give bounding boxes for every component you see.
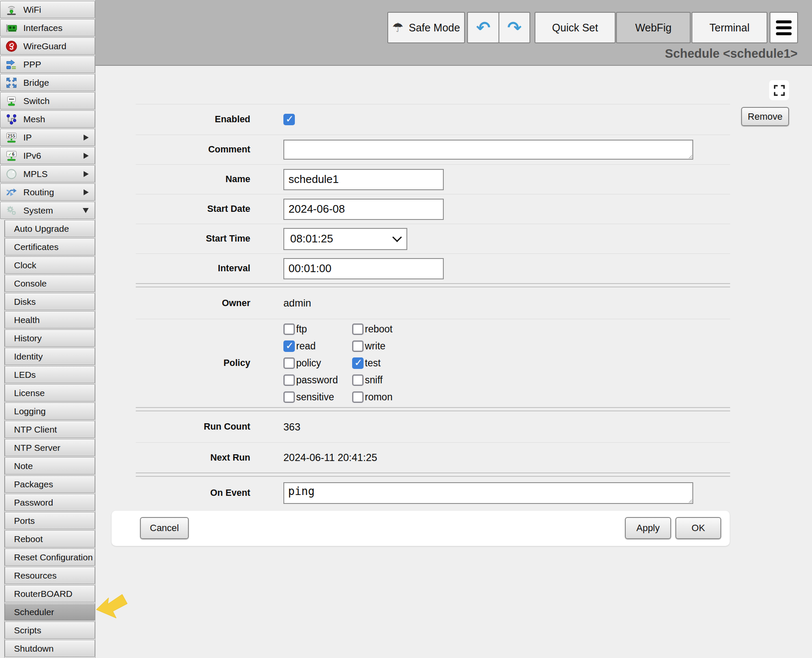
content-panel: Remove Enabled Comment Name Start Date S… [95, 66, 812, 658]
sidebar-item-scripts[interactable]: Scripts [5, 621, 95, 639]
enabled-checkbox[interactable] [283, 114, 295, 125]
sidebar-item-bridge[interactable]: Bridge [0, 74, 95, 91]
next-run-value: 2024-06-11 20:41:25 [283, 452, 377, 464]
undo-button[interactable]: ↶ [467, 12, 499, 43]
sidebar-item-reboot[interactable]: Reboot [5, 530, 95, 548]
comment-input[interactable] [283, 140, 693, 160]
sidebar-item-packages[interactable]: Packages [5, 475, 95, 493]
sidebar-item-label: Packages [14, 479, 53, 489]
sidebar-item-label: Bridge [23, 78, 49, 88]
policy-option-write: write [352, 340, 392, 352]
safe-mode-button[interactable]: ☂ Safe Mode [387, 12, 465, 43]
interfaces-icon [5, 21, 18, 35]
ok-button[interactable]: OK [675, 517, 721, 539]
interval-input[interactable] [283, 258, 444, 279]
sidebar-item-ppp[interactable]: PPP [0, 56, 95, 73]
sidebar-item-interfaces[interactable]: Interfaces [0, 19, 95, 37]
start-time-select[interactable]: 08:01:25 [283, 228, 407, 250]
menu-button[interactable] [770, 12, 798, 43]
sidebar-item-leds[interactable]: LEDs [5, 366, 95, 383]
form-row-enabled: Enabled [136, 104, 730, 135]
sidebar-item-clock[interactable]: Clock [5, 256, 95, 274]
sidebar-item-switch[interactable]: Switch [0, 92, 95, 110]
redo-button[interactable]: ↷ [498, 12, 530, 43]
sidebar-item-system[interactable]: System [0, 202, 95, 219]
sidebar-item-scheduler[interactable]: Scheduler [5, 603, 95, 621]
sidebar-item-label: License [14, 388, 45, 398]
sidebar-item-label: WiFi [23, 5, 41, 15]
on-event-input[interactable]: ping [283, 482, 693, 504]
name-input[interactable] [283, 169, 444, 190]
sidebar-item-console[interactable]: Console [5, 275, 95, 292]
bridge-icon [5, 76, 18, 90]
section-separator [136, 407, 730, 411]
switch-icon [5, 94, 18, 108]
sidebar-item-auto-upgrade[interactable]: Auto Upgrade [5, 220, 95, 237]
policy-checkbox-password[interactable] [283, 374, 295, 386]
policy-checkbox-sensitive[interactable] [283, 391, 295, 403]
policy-checkbox-ftp[interactable] [283, 323, 295, 335]
cancel-button[interactable]: Cancel [140, 517, 189, 539]
sidebar-item-ports[interactable]: Ports [5, 512, 95, 529]
sidebar-item-routing[interactable]: Routing [0, 183, 95, 201]
policy-option-sensitive: sensitive [283, 391, 352, 403]
sidebar-item-identity[interactable]: Identity [5, 348, 95, 365]
undo-icon: ↶ [476, 19, 490, 36]
start-date-input[interactable] [283, 199, 444, 220]
sidebar-item-label: Resources [14, 571, 56, 581]
sidebar-item-label: Password [14, 498, 53, 508]
policy-checkbox-read[interactable] [283, 340, 295, 352]
ip-icon: 255 [5, 131, 18, 144]
sidebar-item-license[interactable]: License [5, 384, 95, 402]
policy-checkbox-sniff[interactable] [352, 374, 364, 386]
sidebar-item-mesh[interactable]: Mesh [0, 110, 95, 128]
policy-checkbox-test[interactable] [352, 357, 364, 369]
policy-checkbox-reboot[interactable] [352, 323, 364, 335]
chevron-right-icon [84, 171, 89, 177]
sidebar-item-ntp-server[interactable]: NTP Server [5, 439, 95, 456]
sidebar-item-label: Switch [23, 96, 50, 106]
owner-value: admin [283, 297, 311, 309]
start-time-label: Start Time [136, 233, 250, 244]
sidebar-item-history[interactable]: History [5, 329, 95, 347]
sidebar-item-ip[interactable]: 255IP [0, 129, 95, 146]
sidebar-item-disks[interactable]: Disks [5, 293, 95, 310]
sidebar-item-routerboard[interactable]: RouterBOARD [5, 585, 95, 602]
policy-checkbox-policy[interactable] [283, 357, 295, 369]
form-footer: Cancel Apply OK [112, 511, 730, 546]
tab-quick-set[interactable]: Quick Set [535, 12, 616, 43]
fullscreen-icon[interactable] [769, 80, 789, 100]
sidebar-item-mpls[interactable]: MPLS [0, 165, 95, 183]
policy-checkbox-write[interactable] [352, 340, 364, 352]
svg-text:255: 255 [8, 133, 15, 138]
tab-terminal[interactable]: Terminal [692, 12, 767, 43]
policy-checkbox-romon[interactable] [352, 391, 364, 403]
page-title: Schedule <schedule1> [665, 47, 798, 61]
sidebar-item-reset-configuration[interactable]: Reset Configuration [5, 548, 95, 566]
menu-icon [776, 20, 792, 35]
form-row-on-event: On Event ping [136, 477, 730, 509]
sidebar-item-label: NTP Server [14, 443, 60, 453]
sidebar-item-label: Logging [14, 406, 46, 416]
sidebar-item-label: RouterBOARD [14, 589, 73, 599]
sidebar-item-shutdown[interactable]: Shutdown [5, 640, 95, 657]
sidebar-item-logging[interactable]: Logging [5, 402, 95, 420]
sidebar-item-ipv6[interactable]: ✓6IPv6 [0, 147, 95, 164]
sidebar-item-certificates[interactable]: Certificates [5, 238, 95, 256]
policy-option-label: read [296, 340, 316, 352]
sidebar-item-resources[interactable]: Resources [5, 567, 95, 584]
remove-button[interactable]: Remove [741, 107, 789, 126]
sidebar-item-health[interactable]: Health [5, 311, 95, 329]
sidebar-item-wireguard[interactable]: WireGuard [0, 37, 95, 55]
sidebar-item-label: Auto Upgrade [14, 224, 69, 234]
apply-button[interactable]: Apply [625, 517, 671, 539]
sidebar-item-wifi[interactable]: WiFi [0, 1, 95, 18]
sidebar-item-note[interactable]: Note [5, 457, 95, 475]
sidebar-item-ntp-client[interactable]: NTP Client [5, 421, 95, 438]
sidebar-item-password[interactable]: Password [5, 494, 95, 511]
tab-webfig[interactable]: WebFig [616, 12, 691, 43]
form-row-name: Name [136, 164, 730, 194]
policy-option-label: test [365, 357, 381, 369]
ipv6-icon: ✓6 [5, 149, 18, 163]
sidebar-item-label: Note [14, 461, 33, 471]
